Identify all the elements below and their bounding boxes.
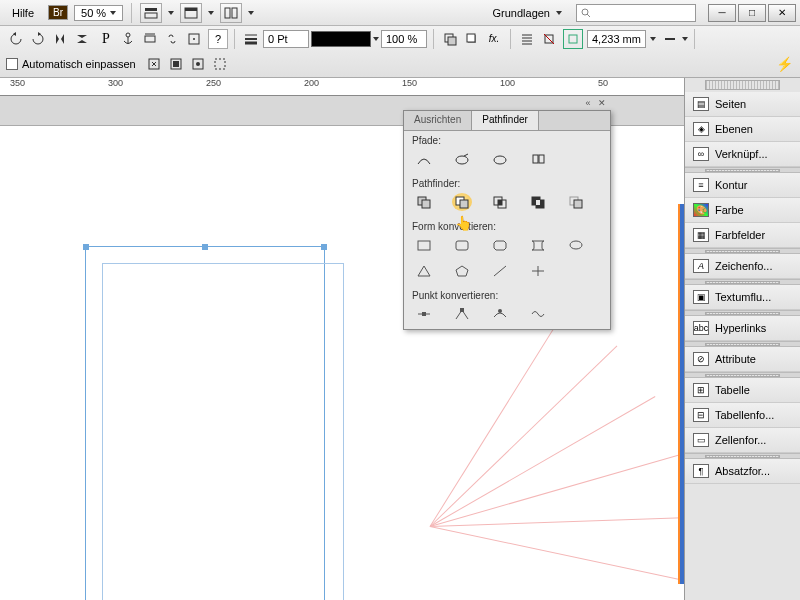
screen-mode-button[interactable] xyxy=(180,3,202,23)
dock-item-links[interactable]: ∞Verknüpf... xyxy=(685,142,800,167)
stroke-style-swatch[interactable] xyxy=(311,31,371,47)
dock-item-tablestyles[interactable]: ⊟Tabellenfo... xyxy=(685,403,800,428)
tab-pathfinder[interactable]: Pathfinder xyxy=(471,111,539,130)
orthogonal-line-icon[interactable] xyxy=(528,262,548,280)
chevron-down-icon[interactable] xyxy=(650,37,656,41)
chevron-down-icon[interactable] xyxy=(248,11,254,15)
panel-close-button[interactable]: ✕ xyxy=(596,98,608,108)
resize-handle[interactable] xyxy=(83,244,89,250)
dock-item-textwrap[interactable]: ▣Textumflu... xyxy=(685,285,800,310)
help-icon[interactable]: ? xyxy=(208,29,228,49)
smooth-point-icon[interactable] xyxy=(490,305,510,323)
minus-back-icon[interactable] xyxy=(566,193,586,211)
checkbox-icon[interactable] xyxy=(6,58,18,70)
svg-rect-27 xyxy=(569,35,577,43)
dock-item-swatches[interactable]: ▦Farbfelder xyxy=(685,223,800,248)
select-container-icon[interactable] xyxy=(184,29,204,49)
workspace-switcher[interactable]: Grundlagen xyxy=(485,5,571,21)
tint-input[interactable]: 100 % xyxy=(381,30,427,48)
chain-icon[interactable] xyxy=(162,29,182,49)
fit-content-icon[interactable] xyxy=(144,54,164,74)
dock-item-attributes[interactable]: ⊘Attribute xyxy=(685,347,800,372)
maximize-button[interactable]: □ xyxy=(738,4,766,22)
triangle-icon[interactable] xyxy=(414,262,434,280)
plain-point-icon[interactable] xyxy=(414,305,434,323)
crop-icon[interactable] xyxy=(563,29,583,49)
close-button[interactable]: ✕ xyxy=(768,4,796,22)
right-panel-dock: ▤Seiten ◈Ebenen ∞Verknüpf... ≡Kontur 🎨Fa… xyxy=(684,78,800,600)
svg-point-33 xyxy=(196,62,200,66)
dock-item-pages[interactable]: ▤Seiten xyxy=(685,92,800,117)
fill-frame-icon[interactable] xyxy=(210,54,230,74)
dock-label: Verknüpf... xyxy=(715,148,768,160)
dock-item-hyperlinks[interactable]: abcHyperlinks xyxy=(685,316,800,341)
subtract-shapes-icon[interactable] xyxy=(452,193,472,211)
flip-h-icon[interactable] xyxy=(50,29,70,49)
anchor-icon[interactable] xyxy=(118,29,138,49)
fx-icon[interactable]: fx. xyxy=(484,29,504,49)
svg-rect-0 xyxy=(145,8,157,11)
selected-frame[interactable] xyxy=(85,246,325,600)
search-input[interactable] xyxy=(576,4,696,22)
view-options-button[interactable] xyxy=(140,3,162,23)
dimensions-icon[interactable] xyxy=(140,29,160,49)
polygon-icon[interactable] xyxy=(452,262,472,280)
dock-item-table[interactable]: ⊞Tabelle xyxy=(685,378,800,403)
guide-line xyxy=(430,517,690,527)
separator xyxy=(433,29,434,49)
dock-item-parastyles[interactable]: ¶Absatzfor... xyxy=(685,459,800,484)
add-shapes-icon[interactable] xyxy=(414,193,434,211)
exclude-shapes-icon[interactable] xyxy=(528,193,548,211)
bolt-icon[interactable]: ⚡ xyxy=(774,54,794,74)
svg-rect-59 xyxy=(422,312,426,316)
effects-icon[interactable] xyxy=(440,29,460,49)
tab-align[interactable]: Ausrichten xyxy=(404,111,471,130)
symmetrical-point-icon[interactable] xyxy=(528,305,548,323)
chevron-down-icon[interactable] xyxy=(208,11,214,15)
text-wrap-off-icon[interactable] xyxy=(539,29,559,49)
intersect-shapes-icon[interactable] xyxy=(490,193,510,211)
paragraph-style-icon[interactable]: P xyxy=(96,29,116,49)
menu-help[interactable]: Hilfe xyxy=(4,5,42,21)
arrange-button[interactable] xyxy=(220,3,242,23)
resize-handle[interactable] xyxy=(321,244,327,250)
ellipse-icon[interactable] xyxy=(566,236,586,254)
measure-input[interactable]: 4,233 mm xyxy=(587,30,646,48)
fit-frame-icon[interactable] xyxy=(166,54,186,74)
dock-item-layers[interactable]: ◈Ebenen xyxy=(685,117,800,142)
autofit-checkbox-row[interactable]: Automatisch einpassen xyxy=(6,58,136,70)
stroke-weight-input[interactable]: 0 Pt xyxy=(263,30,309,48)
join-path-icon[interactable] xyxy=(414,150,434,168)
beveled-rect-icon[interactable] xyxy=(490,236,510,254)
reverse-path-icon[interactable] xyxy=(528,150,548,168)
chevron-down-icon[interactable] xyxy=(682,37,688,41)
chevron-down-icon[interactable] xyxy=(373,37,379,41)
rotate-ccw-icon[interactable] xyxy=(6,29,26,49)
drop-shadow-icon[interactable] xyxy=(462,29,482,49)
dock-item-stroke[interactable]: ≡Kontur xyxy=(685,173,800,198)
text-wrap-icon[interactable] xyxy=(517,29,537,49)
inverse-rounded-icon[interactable] xyxy=(528,236,548,254)
close-path-icon[interactable] xyxy=(490,150,510,168)
dock-item-character[interactable]: AZeichenfo... xyxy=(685,254,800,279)
center-content-icon[interactable] xyxy=(188,54,208,74)
section-pathfinder-label: Pathfinder: xyxy=(404,174,610,191)
panel-collapse-button[interactable]: « xyxy=(582,98,594,108)
rotate-cw-icon[interactable] xyxy=(28,29,48,49)
flip-v-icon[interactable] xyxy=(72,29,92,49)
open-path-icon[interactable] xyxy=(452,150,472,168)
line-tool-icon[interactable] xyxy=(660,29,680,49)
rect-shape-icon[interactable] xyxy=(414,236,434,254)
corner-point-icon[interactable] xyxy=(452,305,472,323)
resize-handle[interactable] xyxy=(202,244,208,250)
zoom-level-combo[interactable]: 50 % xyxy=(74,5,123,21)
minimize-button[interactable]: ─ xyxy=(708,4,736,22)
rounded-rect-icon[interactable] xyxy=(452,236,472,254)
dock-grip[interactable] xyxy=(705,80,780,90)
dock-label: Zellenfor... xyxy=(715,434,766,446)
dock-item-cellstyles[interactable]: ▭Zellenfor... xyxy=(685,428,800,453)
bridge-badge[interactable]: Br xyxy=(48,5,68,20)
dock-item-color[interactable]: 🎨Farbe xyxy=(685,198,800,223)
chevron-down-icon[interactable] xyxy=(168,11,174,15)
line-icon[interactable] xyxy=(490,262,510,280)
